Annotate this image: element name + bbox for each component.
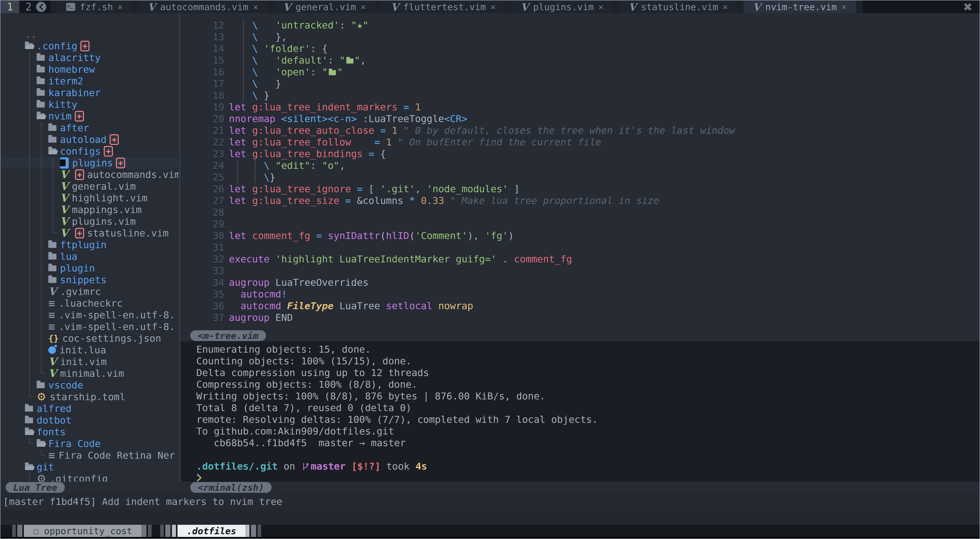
code-line-28[interactable]: 28 <box>181 207 980 218</box>
tab-close-icon[interactable]: × <box>118 2 123 12</box>
file-tree[interactable]: ...config+alacrittyhomebrewiterm2karabin… <box>0 13 179 482</box>
tmux-window-dotfiles[interactable]: .dotfiles <box>160 525 262 537</box>
code-line-30[interactable]: 30let comment_fg = synIDattr(hlID('Comme… <box>181 230 980 242</box>
code-line-34[interactable]: 34augroup LuaTreeOverrides <box>181 277 980 288</box>
tree-item-..[interactable]: .. <box>0 29 178 40</box>
tree-item-lua[interactable]: lua <box>0 251 178 262</box>
code-line-21[interactable]: 21let g:lua_tree_auto_close = 1 " 0 by d… <box>181 125 980 136</box>
tree-item-alfred[interactable]: alfred <box>0 403 178 414</box>
code-buffer[interactable]: 12 │ \ 'untracked': "★"13 │ \ },14 │ \ '… <box>181 13 980 329</box>
code-line-31[interactable]: 31 <box>181 242 980 253</box>
code-line-23[interactable]: 23let g:lua_tree_bindings = { <box>181 148 980 160</box>
tree-item-ftplugin[interactable]: ftplugin <box>0 239 178 251</box>
tree-item-snippets[interactable]: snippets <box>0 274 178 286</box>
tree-item-statusline.vim[interactable]: V+statusline.vim <box>0 227 178 239</box>
tree-item-Fira-Code-Retina-Ner[interactable]: ≡Fira Code Retina Ner <box>0 450 178 461</box>
tree-item-init.lua[interactable]: init.lua <box>0 344 178 356</box>
tree-item-after[interactable]: after <box>0 122 178 134</box>
tree-item-mappings.vim[interactable]: Vmappings.vim <box>0 204 178 216</box>
code-line-18[interactable]: 18 │ \ } <box>181 89 980 101</box>
close-all-icon[interactable]: ✖ <box>963 0 980 13</box>
code-line-22[interactable]: 22let g:lua_tree_follow = 1 " On bufEnte… <box>181 136 980 148</box>
tab-close-icon[interactable]: × <box>723 2 728 12</box>
back-circle-icon[interactable] <box>36 2 46 12</box>
tree-item-iterm2[interactable]: iterm2 <box>0 75 178 87</box>
tmux-window-1-indicator[interactable]: 1 <box>0 0 19 13</box>
indent-guide <box>41 122 41 374</box>
code-text: let g:lua_tree_follow = 1 " On bufEnter … <box>229 136 601 148</box>
tree-item-autoload[interactable]: autoload+ <box>0 134 178 145</box>
tree-item-homebrew[interactable]: homebrew <box>0 64 178 75</box>
code-line-13[interactable]: 13 │ \ }, <box>181 31 980 43</box>
line-number: 32 <box>181 253 224 265</box>
tab-autocommands.vim[interactable]: Vautocommands.vim× <box>138 0 267 13</box>
code-line-32[interactable]: 32execute 'highlight LuaTreeIndentMarker… <box>181 253 980 265</box>
tab-fzf.sh[interactable]: fzf.sh× <box>57 0 132 13</box>
code-line-25[interactable]: 25 │ │ \} <box>181 171 980 183</box>
code-line-27[interactable]: 27let g:lua_tree_size = &columns * 0.33 … <box>181 195 980 207</box>
code-line-37[interactable]: 37augroup END <box>181 312 980 323</box>
tree-item-alacritty[interactable]: alacritty <box>0 52 178 64</box>
tree-item-karabiner[interactable]: karabiner <box>0 87 178 99</box>
tree-item-nvim[interactable]: nvim+ <box>0 110 178 122</box>
tree-item-.luacheckrc[interactable]: ≡.luacheckrc <box>0 297 178 309</box>
tree-item-.vim-spell-en.utf-8.[interactable]: ≡.vim-spell-en.utf-8. <box>0 309 178 321</box>
tree-item-dotbot[interactable]: dotbot <box>0 414 178 426</box>
tree-item-configs[interactable]: configs+ <box>0 145 178 157</box>
tab-plugins.vim[interactable]: Vplugins.vim× <box>512 0 613 13</box>
tab-fluttertest.vim[interactable]: Vfluttertest.vim× <box>382 0 505 13</box>
tree-item-.config[interactable]: .config+ <box>0 40 178 52</box>
tree-item-label: coc-settings.json <box>62 333 161 344</box>
code-line-15[interactable]: 15 │ \ 'default': "", <box>181 54 980 66</box>
tree-item-general.vim[interactable]: Vgeneral.vim <box>0 181 178 192</box>
tmux-window-opportunity-cost[interactable]: ☐ opportunity_cost <box>12 525 153 537</box>
tree-item-plugins[interactable]: plugins+ <box>0 157 178 169</box>
tree-item-label: highlight.vim <box>72 192 148 204</box>
tmux-window-2-indicator[interactable]: 2 <box>19 0 36 13</box>
tree-item-.vim-spell-en.utf-8.[interactable]: ≡.vim-spell-en.utf-8. <box>0 321 178 332</box>
tree-item-vscode[interactable]: vscode <box>0 379 178 391</box>
code-line-16[interactable]: 16 │ \ 'open': "" <box>181 66 980 78</box>
tree-item-kitty[interactable]: kitty <box>0 99 178 110</box>
tree-item-plugin[interactable]: plugin <box>0 262 178 274</box>
code-line-19[interactable]: 19let g:lua_tree_indent_markers = 1 <box>181 101 980 113</box>
indent-guide-corner <box>29 443 34 444</box>
line-number: 16 <box>181 66 224 78</box>
line-number: 25 <box>181 171 224 183</box>
code-line-29[interactable]: 29 <box>181 218 980 230</box>
terminal-pane[interactable]: Enumerating objects: 15, done.Counting o… <box>181 342 980 482</box>
code-line-24[interactable]: 24 │ │ \ "edit": "o", <box>181 160 980 171</box>
code-line-33[interactable]: 33 <box>181 265 980 277</box>
tab-general.vim[interactable]: Vgeneral.vim× <box>274 0 375 13</box>
tree-item-Fira-Code[interactable]: Fira Code <box>0 438 178 450</box>
code-line-12[interactable]: 12 │ \ 'untracked': "★" <box>181 19 980 31</box>
tree-item-coc-settings.json[interactable]: {}coc-settings.json <box>0 332 178 344</box>
tree-item-.gitconfig[interactable]: ⚙.gitconfig <box>0 473 178 482</box>
code-line-20[interactable]: 20nnoremap <silent><c-n> :LuaTreeToggle<… <box>181 113 980 125</box>
tab-close-icon[interactable]: × <box>598 2 603 12</box>
tree-item-minimal.vim[interactable]: Vminimal.vim <box>0 368 178 379</box>
tab-close-icon[interactable]: × <box>490 2 496 12</box>
tree-item-highlight.vim[interactable]: Vhighlight.vim <box>0 192 178 204</box>
tab-close-icon[interactable]: × <box>361 2 366 12</box>
code-line-17[interactable]: 17 │ \ } <box>181 78 980 89</box>
vim-icon: V <box>752 1 760 13</box>
tab-nvim-tree.vim[interactable]: Vnvim-tree.vim× <box>743 0 856 13</box>
code-line-36[interactable]: 36 autocmd FileType LuaTree setlocal now… <box>181 300 980 312</box>
prompt-caret[interactable] <box>196 472 980 482</box>
tree-item-.gvimrc[interactable]: V.gvimrc <box>0 286 178 297</box>
code-line-14[interactable]: 14 │ \ 'folder': { <box>181 43 980 54</box>
tree-item-git[interactable]: git <box>0 461 178 473</box>
tab-close-icon[interactable]: × <box>842 2 846 12</box>
tree-item-init.vim[interactable]: Vinit.vim <box>0 356 178 368</box>
indent-guide-corner <box>29 396 34 397</box>
code-line-26[interactable]: 26let g:lua_tree_ignore = [ '.git', 'nod… <box>181 183 980 195</box>
code-line-35[interactable]: 35 autocmd! <box>181 288 980 300</box>
tab-close-icon[interactable]: × <box>253 2 258 12</box>
tree-item-label: plugin <box>60 262 95 274</box>
tree-item-autocommands.vim[interactable]: V+autocommands.vim <box>0 169 178 181</box>
tree-item-starship.toml[interactable]: ⚙starship.toml <box>0 391 178 403</box>
tree-item-fonts[interactable]: fonts <box>0 426 178 438</box>
tree-item-plugins.vim[interactable]: Vplugins.vim <box>0 216 178 227</box>
tab-statusline.vim[interactable]: Vstatusline.vim× <box>619 0 737 13</box>
